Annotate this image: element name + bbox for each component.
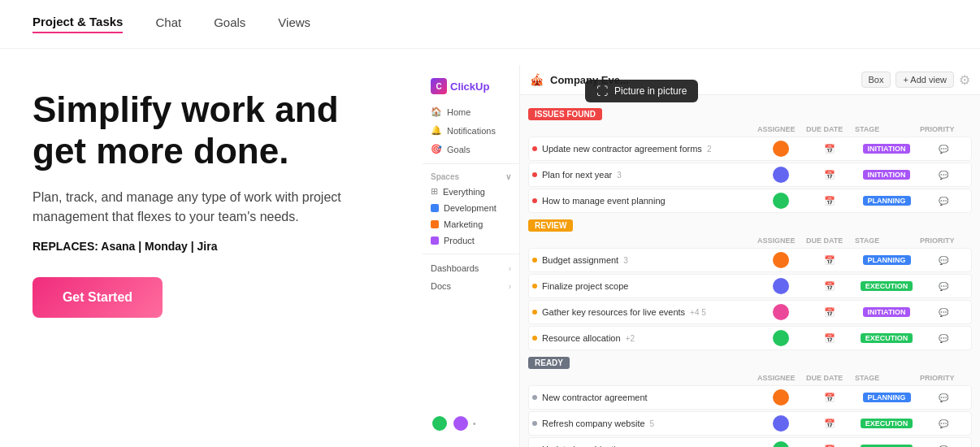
issues-col-headers: ASSIGNEE DUE DATE STAGE PRIORITY [528, 124, 972, 135]
main-nav: Project & Tasks Chat Goals Views [0, 0, 980, 49]
sidebar-item-home[interactable]: 🏠 Home [423, 102, 519, 121]
task-dot [532, 284, 537, 289]
marketing-space-dot [431, 220, 439, 228]
avatar-user1 [431, 414, 449, 432]
get-started-button[interactable]: Get Started [33, 277, 163, 318]
task-dot [532, 310, 537, 315]
task-dot [532, 395, 537, 400]
more-users: • [473, 419, 476, 428]
avatar-user2 [452, 414, 470, 432]
app-mockup: ⛶ Picture in picture C ClickUp 🏠 Home 🔔 … [423, 65, 980, 447]
chevron-down-icon: ∨ [505, 172, 511, 181]
chevron-right-icon: › [509, 264, 511, 273]
task-dot [532, 258, 537, 263]
avatar [773, 304, 789, 320]
sidebar-item-everything[interactable]: ⊞ Everything [423, 183, 519, 200]
stage-badge: EXECUTION [861, 333, 913, 343]
task-dot [532, 421, 537, 426]
sidebar-item-dashboards[interactable]: Dashboards › [423, 259, 519, 277]
calendar-icon: 📅 [824, 393, 835, 403]
avatar [773, 141, 789, 157]
task-name-text: Resource allocation [542, 333, 621, 343]
stage-badge: PLANNING [863, 393, 911, 402]
task-name-text: Finalize project scope [542, 281, 628, 291]
stage-badge: INITIATION [863, 144, 911, 154]
calendar-icon: 📅 [824, 170, 835, 180]
message-icon: 💬 [939, 334, 948, 343]
task-name-text: Plan for next year [542, 170, 612, 180]
message-icon: 💬 [939, 256, 948, 265]
stage-badge: INITIATION [863, 307, 911, 317]
stage-badge: EXECUTION [861, 281, 913, 291]
header-actions: Box + Add view ⚙ [861, 72, 970, 88]
avatar [773, 193, 789, 209]
nav-item-chat[interactable]: Chat [155, 15, 181, 33]
sidebar-item-goals[interactable]: 🎯 Goals [423, 140, 519, 158]
review-badge: REVIEW [528, 219, 573, 232]
nav-item-projects[interactable]: Project & Tasks [33, 15, 123, 33]
task-meta: 5 [650, 419, 655, 428]
task-name-text: How to manage event planning [542, 196, 666, 206]
stage-badge: EXECUTION [861, 419, 913, 428]
task-meta: 2 [707, 145, 712, 154]
avatar [773, 441, 789, 447]
review-col-headers: ASSIGNEE DUE DATE STAGE PRIORITY [528, 235, 972, 246]
task-dot [532, 198, 537, 203]
calendar-icon: 📅 [824, 144, 835, 154]
table-row[interactable]: Refresh company website 5 📅 EXECUTION 💬 [528, 411, 972, 436]
calendar-icon: 📅 [824, 196, 835, 206]
table-row[interactable]: How to manage event planning 📅 PLANNING … [528, 189, 972, 213]
avatar [773, 415, 789, 432]
calendar-icon: 📅 [824, 307, 835, 318]
avatar [773, 278, 789, 294]
task-meta: +2 [626, 334, 635, 343]
replaces-text: REPLACES: Asana | Monday | Jira [33, 240, 390, 253]
hero-section: Simplify work and get more done. Plan, t… [0, 49, 423, 447]
chevron-right-icon-docs: › [509, 282, 511, 291]
sidebar-item-product[interactable]: Product [423, 232, 519, 249]
hero-description: Plan, track, and manage any type of work… [33, 188, 341, 227]
sidebar-item-docs[interactable]: Docs › [423, 277, 519, 295]
section-issues-found: ISSUES FOUND [528, 108, 972, 120]
clickup-logo-icon: C [431, 78, 447, 94]
table-row[interactable]: Plan for next year 3 📅 INITIATION 💬 [528, 163, 972, 187]
nav-item-goals[interactable]: Goals [214, 15, 245, 33]
table-row[interactable]: New contractor agreement 📅 PLANNING 💬 [528, 385, 972, 410]
add-view-button[interactable]: + Add view [895, 72, 954, 88]
stage-badge: PLANNING [863, 196, 911, 206]
settings-icon[interactable]: ⚙ [959, 72, 970, 88]
main-content: Simplify work and get more done. Plan, t… [0, 49, 980, 447]
table-row[interactable]: Update new contractor agreement forms 2 … [528, 137, 972, 161]
sidebar-bottom-avatars: • [423, 408, 519, 439]
calendar-icon: 📅 [824, 281, 835, 292]
sidebar-item-development[interactable]: Development [423, 200, 519, 216]
avatar [773, 389, 789, 406]
box-view-button[interactable]: Box [861, 72, 891, 88]
nav-item-views[interactable]: Views [278, 15, 310, 33]
task-meta: 3 [617, 171, 622, 180]
sidebar-item-marketing[interactable]: Marketing [423, 216, 519, 232]
message-icon: 💬 [939, 419, 948, 428]
table-row[interactable]: Finalize project scope 📅 EXECUTION 💬 [528, 274, 972, 298]
table-row[interactable]: Resource allocation +2 📅 EXECUTION 💬 [528, 326, 972, 350]
message-icon: 💬 [939, 308, 948, 317]
avatar [773, 252, 789, 268]
task-name-text: New contractor agreement [542, 393, 648, 402]
table-row[interactable]: Update key objectives 📅 EXECUTION 💬 [528, 437, 972, 447]
calendar-icon: 📅 [824, 333, 835, 344]
calendar-icon: 📅 [824, 255, 835, 266]
message-icon: 💬 [939, 393, 948, 402]
message-icon: 💬 [939, 282, 948, 291]
sidebar-item-notifications[interactable]: 🔔 Notifications [423, 121, 519, 140]
table-row[interactable]: Gather key resources for live events +4 … [528, 300, 972, 324]
development-space-dot [431, 204, 439, 212]
app-sidebar: C ClickUp 🏠 Home 🔔 Notifications 🎯 Goals… [423, 65, 520, 447]
issues-found-badge: ISSUES FOUND [528, 108, 602, 120]
product-space-dot [431, 237, 439, 245]
table-row[interactable]: Budget assignment 3 📅 PLANNING 💬 [528, 248, 972, 272]
message-icon: 💬 [939, 171, 948, 180]
bell-icon: 🔔 [431, 125, 442, 136]
task-dot [532, 146, 537, 151]
pip-icon: ⛶ [596, 85, 608, 98]
task-meta: 3 [623, 256, 628, 265]
